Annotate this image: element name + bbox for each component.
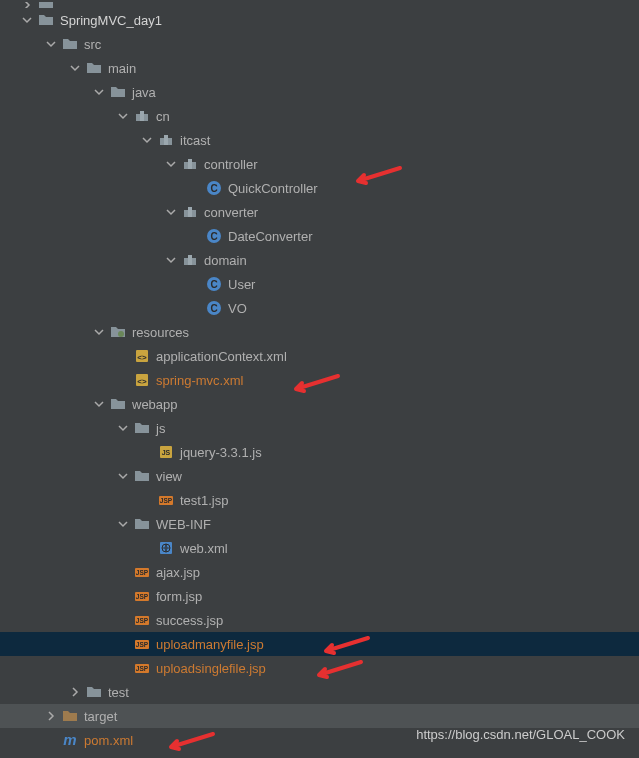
tree-label: view [156, 469, 182, 484]
package-icon [182, 156, 198, 172]
tree-label: converter [204, 205, 258, 220]
tree-label: SpringMVC_day1 [60, 13, 162, 28]
class-icon [206, 180, 222, 196]
tree-item-itcast[interactable]: itcast [0, 128, 639, 152]
collapse-down-icon[interactable] [116, 421, 130, 435]
tree-label: js [156, 421, 165, 436]
folder-icon [86, 684, 102, 700]
tree-item-target[interactable]: target [0, 704, 639, 728]
collapse-down-icon[interactable] [164, 253, 178, 267]
folder-icon [62, 36, 78, 52]
tree-label: main [108, 61, 136, 76]
tree-item-resources[interactable]: resources [0, 320, 639, 344]
jsp-icon [134, 564, 150, 580]
resources-folder-icon [110, 324, 126, 340]
tree-item-uploadmany[interactable]: uploadmanyfile.jsp [0, 632, 639, 656]
package-icon [158, 132, 174, 148]
tree-item-springmvc[interactable]: spring-mvc.xml [0, 368, 639, 392]
tree-label: itcast [180, 133, 210, 148]
folder-icon [134, 516, 150, 532]
collapse-down-icon[interactable] [164, 157, 178, 171]
xml-icon [134, 372, 150, 388]
folder-icon [134, 468, 150, 484]
tree-item-test[interactable]: test [0, 680, 639, 704]
collapse-down-icon[interactable] [92, 325, 106, 339]
tree-item-java[interactable]: java [0, 80, 639, 104]
tree-label: resources [132, 325, 189, 340]
class-icon [206, 228, 222, 244]
folder-brown-icon [62, 708, 78, 724]
class-icon [206, 300, 222, 316]
collapse-down-icon[interactable] [116, 517, 130, 531]
tree-item-controller[interactable]: controller [0, 152, 639, 176]
tree-label: uploadmanyfile.jsp [156, 637, 264, 652]
project-folder-icon [38, 12, 54, 28]
collapse-down-icon[interactable] [164, 205, 178, 219]
tree-item-jquery[interactable]: jquery-3.3.1.js [0, 440, 639, 464]
tree-item-src[interactable]: src [0, 32, 639, 56]
tree-item-vo[interactable]: VO [0, 296, 639, 320]
watermark-text: https://blog.csdn.net/GLOAL_COOK [416, 727, 625, 742]
project-tree: SpringMVC_day1 src main java cn itcast c… [0, 0, 639, 752]
collapse-right-icon[interactable] [68, 685, 82, 699]
tree-item-view[interactable]: view [0, 464, 639, 488]
tree-item-ajaxjsp[interactable]: ajax.jsp [0, 560, 639, 584]
tree-item-applicationcontext[interactable]: applicationContext.xml [0, 344, 639, 368]
webxml-icon [158, 540, 174, 556]
folder-icon [110, 396, 126, 412]
tree-item-uploadsingle[interactable]: uploadsinglefile.jsp [0, 656, 639, 680]
tree-label: uploadsinglefile.jsp [156, 661, 266, 676]
tree-label: User [228, 277, 255, 292]
tree-label: domain [204, 253, 247, 268]
tree-label: form.jsp [156, 589, 202, 604]
jsp-icon [134, 636, 150, 652]
tree-label: jquery-3.3.1.js [180, 445, 262, 460]
tree-item-cn[interactable]: cn [0, 104, 639, 128]
tree-label: cn [156, 109, 170, 124]
tree-item-test1jsp[interactable]: test1.jsp [0, 488, 639, 512]
tree-label: src [84, 37, 101, 52]
tree-item-converter[interactable]: converter [0, 200, 639, 224]
tree-item-successjsp[interactable]: success.jsp [0, 608, 639, 632]
collapse-down-icon[interactable] [68, 61, 82, 75]
tree-label: test1.jsp [180, 493, 228, 508]
tree-item-webinf[interactable]: WEB-INF [0, 512, 639, 536]
tree-label: applicationContext.xml [156, 349, 287, 364]
tree-item-main[interactable]: main [0, 56, 639, 80]
collapse-down-icon[interactable] [116, 469, 130, 483]
collapse-down-icon[interactable] [140, 133, 154, 147]
collapse-down-icon[interactable] [92, 397, 106, 411]
collapse-down-icon[interactable] [92, 85, 106, 99]
tree-item-webapp[interactable]: webapp [0, 392, 639, 416]
tree-label: spring-mvc.xml [156, 373, 243, 388]
tree-item-webxml[interactable]: web.xml [0, 536, 639, 560]
folder-icon [110, 84, 126, 100]
collapse-down-icon[interactable] [44, 37, 58, 51]
package-icon [182, 204, 198, 220]
package-icon [134, 108, 150, 124]
jsp-icon [134, 660, 150, 676]
tree-label: java [132, 85, 156, 100]
tree-item-dateconverter[interactable]: DateConverter [0, 224, 639, 248]
tree-label: web.xml [180, 541, 228, 556]
tree-label: WEB-INF [156, 517, 211, 532]
collapse-down-icon[interactable] [20, 13, 34, 27]
tree-label: VO [228, 301, 247, 316]
folder-icon [134, 420, 150, 436]
tree-label: test [108, 685, 129, 700]
jsp-icon [134, 588, 150, 604]
tree-label: success.jsp [156, 613, 223, 628]
tree-label: pom.xml [84, 733, 133, 748]
tree-item-formjsp[interactable]: form.jsp [0, 584, 639, 608]
collapse-down-icon[interactable] [116, 109, 130, 123]
collapse-right-icon[interactable] [44, 709, 58, 723]
tree-item-user[interactable]: User [0, 272, 639, 296]
tree-item-js[interactable]: js [0, 416, 639, 440]
tree-item-quickcontroller[interactable]: QuickController [0, 176, 639, 200]
js-icon [158, 444, 174, 460]
folder-icon [86, 60, 102, 76]
tree-label: QuickController [228, 181, 318, 196]
tree-item-project[interactable]: SpringMVC_day1 [0, 8, 639, 32]
tree-label: controller [204, 157, 257, 172]
tree-item-domain[interactable]: domain [0, 248, 639, 272]
